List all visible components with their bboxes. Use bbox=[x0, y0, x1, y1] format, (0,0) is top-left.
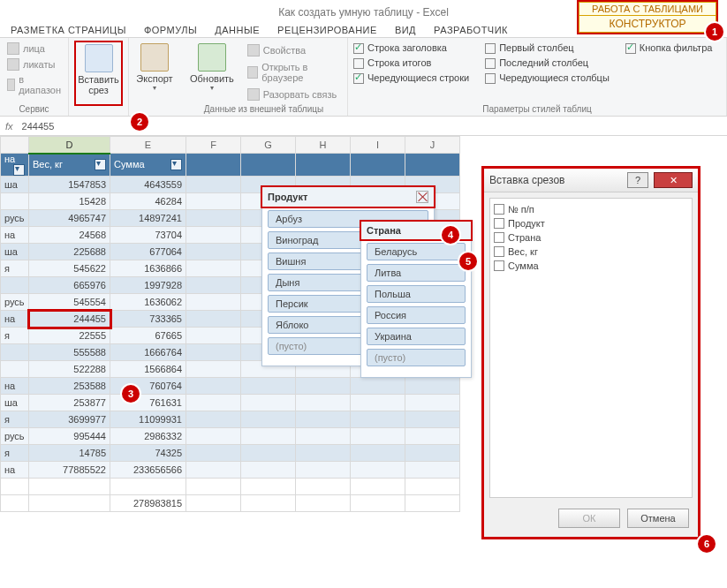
col-header-row[interactable]: DE FGH IJ bbox=[1, 137, 460, 154]
callout-2: 2 bbox=[131, 113, 148, 131]
ribbon-properties: Свойства bbox=[246, 42, 342, 58]
tab-view[interactable]: ВИД bbox=[395, 25, 416, 35]
tab-review[interactable]: РЕЦЕНЗИРОВАНИЕ bbox=[277, 25, 377, 35]
slicer-item[interactable]: Польша bbox=[367, 285, 466, 303]
tab-data[interactable]: ДАННЫЕ bbox=[215, 25, 260, 35]
callout-1: 1 bbox=[706, 23, 723, 41]
callout-3: 3 bbox=[122, 385, 140, 403]
dialog-field-option[interactable]: Вес, кг bbox=[494, 246, 688, 257]
ribbon-summarize[interactable]: лица bbox=[5, 41, 63, 57]
dialog-field-option[interactable]: Страна bbox=[494, 232, 688, 243]
table-header-row[interactable]: на Вес, кг Сумма bbox=[1, 154, 460, 177]
tab-developer[interactable]: РАЗРАБОТЧИК bbox=[434, 25, 508, 35]
tab-constructor[interactable]: КОНСТРУКТОР bbox=[579, 16, 716, 33]
callout-5: 5 bbox=[459, 253, 477, 270]
slicer-item[interactable]: (пусто) bbox=[367, 349, 466, 366]
chk-banded-cols[interactable]: Чередующиеся столбцы bbox=[485, 72, 610, 84]
slicer-item[interactable]: Россия bbox=[367, 306, 466, 324]
callout-6: 6 bbox=[698, 535, 716, 553]
table-row[interactable]: 278983815 bbox=[1, 495, 460, 512]
table-row[interactable]: русь9954442986332 bbox=[1, 428, 460, 445]
table-row[interactable]: на77885522233656566 bbox=[1, 462, 460, 479]
formula-bar-value[interactable]: 244455 bbox=[22, 121, 55, 132]
table-row[interactable]: на253588760764 bbox=[1, 378, 460, 395]
filter-dropdown-icon[interactable] bbox=[95, 159, 106, 170]
slicer-country-title: Страна bbox=[367, 225, 401, 236]
ribbon-convert-range[interactable]: в диапазон bbox=[5, 72, 63, 97]
chk-banded-rows[interactable]: Чередующиеся строки bbox=[353, 72, 469, 84]
fx-icon[interactable]: fx bbox=[5, 121, 13, 132]
slicer-icon bbox=[85, 44, 113, 72]
table-row[interactable]: ша253877761631 bbox=[1, 395, 460, 411]
ribbon-remove-dups[interactable]: ликаты bbox=[5, 57, 63, 72]
filter-dropdown-icon[interactable] bbox=[13, 164, 25, 176]
ribbon-unlink: Разорвать связь bbox=[246, 87, 342, 102]
chk-filter-button[interactable]: Кнопка фильтра bbox=[625, 42, 713, 54]
refresh-button[interactable]: Обновить ▾ bbox=[186, 41, 239, 102]
chk-first-col[interactable]: Первый столбец bbox=[485, 42, 610, 54]
ribbon-group-external: Данные из внешней таблицы bbox=[186, 104, 342, 116]
export-icon bbox=[140, 43, 169, 72]
tab-formulas[interactable]: ФОРМУЛЫ bbox=[144, 25, 197, 35]
dialog-help-button[interactable]: ? bbox=[627, 172, 648, 188]
chk-header-row[interactable]: Строка заголовка bbox=[353, 42, 469, 54]
dialog-field-option[interactable]: № п/п bbox=[494, 204, 688, 215]
chk-last-col[interactable]: Последний столбец bbox=[485, 57, 610, 69]
slicer-item[interactable]: Беларусь bbox=[367, 243, 466, 260]
ribbon-open-browser: Открыть в браузере bbox=[246, 60, 342, 85]
slicer-item[interactable]: Литва bbox=[367, 264, 466, 282]
refresh-icon bbox=[198, 43, 226, 72]
callout-4: 4 bbox=[442, 226, 459, 244]
table-row[interactable]: я1478574325 bbox=[1, 445, 460, 462]
slicer-country[interactable]: Страна БеларусьЛитваПольшаРоссияУкраина(… bbox=[360, 221, 472, 378]
insert-slicers-dialog[interactable]: Вставка срезов ? ✕ № п/пПродуктСтранаВес… bbox=[481, 166, 700, 539]
dialog-field-option[interactable]: Сумма bbox=[494, 260, 688, 271]
table-row[interactable]: я369997711099931 bbox=[1, 411, 460, 428]
export-button[interactable]: Экспорт ▾ bbox=[134, 41, 175, 94]
dialog-field-option[interactable]: Продукт bbox=[494, 218, 688, 229]
insert-slicer-button[interactable]: Вставить срез bbox=[74, 41, 123, 106]
ribbon-group-style-options: Параметры стилей таблиц bbox=[353, 104, 721, 116]
dialog-ok-button[interactable]: ОК bbox=[558, 509, 620, 528]
dialog-cancel-button[interactable]: Отмена bbox=[627, 509, 689, 528]
slicer-clear-icon[interactable] bbox=[416, 191, 428, 203]
dialog-title: Вставка срезов bbox=[489, 174, 622, 186]
context-tab-group: РАБОТА С ТАБЛИЦАМИ bbox=[579, 2, 716, 16]
chk-total-row[interactable]: Строка итогов bbox=[353, 57, 469, 69]
slicer-product-title: Продукт bbox=[268, 192, 307, 202]
table-row[interactable] bbox=[1, 479, 460, 495]
slicer-item[interactable]: Украина bbox=[367, 328, 466, 345]
ribbon-group-service: Сервис bbox=[5, 104, 63, 116]
filter-dropdown-icon[interactable] bbox=[170, 159, 182, 170]
dialog-close-button[interactable]: ✕ bbox=[654, 172, 693, 188]
tab-page-layout[interactable]: РАЗМЕТКА СТРАНИЦЫ bbox=[11, 25, 126, 35]
